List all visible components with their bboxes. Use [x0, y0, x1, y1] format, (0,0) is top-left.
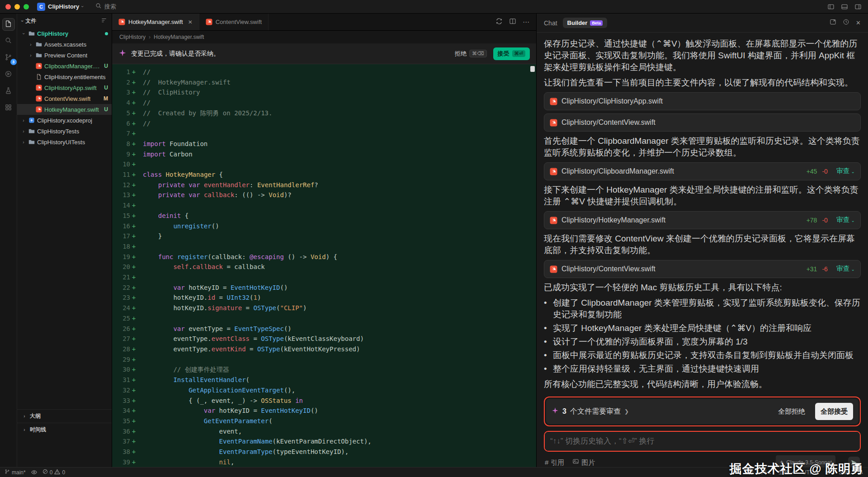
minimize-window-button[interactable]	[14, 4, 20, 9]
code-line: 36+ event,	[112, 426, 536, 437]
chat-paragraph: 所有核心功能已完整实现，代码结构清晰，用户体验流畅。	[544, 378, 861, 390]
app-window: C ClipHistory › 搜索 3	[0, 0, 868, 477]
line-number: 11	[112, 170, 130, 180]
code-line: 38+ EventParamType(typeEventHotKeyID),	[112, 447, 536, 457]
more-actions-icon[interactable]: ⋯	[523, 18, 530, 26]
tree-item-contentview-swift[interactable]: ContentView.swiftM	[17, 93, 112, 104]
tree-item-cliphistory-xcodeproj[interactable]: ›ClipHistory.xcodeproj	[17, 115, 112, 126]
breadcrumb-item[interactable]: ClipHistory	[119, 34, 146, 40]
attach-image-button[interactable]: 图片	[572, 457, 595, 467]
reject-all-button[interactable]: 全部拒绝	[778, 406, 805, 417]
watch-icon[interactable]	[31, 469, 37, 475]
extensions-activity-button[interactable]	[2, 102, 15, 114]
breadcrumb-item[interactable]: HotkeyManager.swift	[154, 34, 204, 40]
search-icon	[95, 3, 102, 10]
folder-icon	[28, 30, 35, 37]
close-panel-icon[interactable]: ✕	[856, 19, 861, 26]
outline-section-header[interactable]: ›大纲	[17, 409, 112, 423]
run-debug-activity-button[interactable]	[2, 68, 15, 81]
close-window-button[interactable]	[5, 4, 11, 9]
diff-added-marker: +	[130, 457, 137, 467]
tree-item-hotkeymanager-swift[interactable]: HotkeyManager.swiftU	[17, 104, 112, 115]
diff-added-marker: +	[130, 108, 137, 118]
editor-scrollbar-thumb[interactable]	[530, 66, 535, 72]
line-number: 26	[112, 324, 130, 334]
reject-changes-button[interactable]: 拒绝⌘⌫	[455, 50, 487, 58]
code-line: 6+//	[112, 118, 536, 129]
open-in-editor-icon[interactable]	[830, 19, 836, 27]
explorer-bottom-sections: ›大纲 ›时间线	[17, 409, 112, 467]
split-editor-icon[interactable]	[509, 18, 516, 27]
code-editor[interactable]: 1+//2+// HotkeyManager.swift3+// ClipHis…	[112, 64, 536, 467]
warning-icon	[54, 469, 60, 476]
chat-header-actions: ✕	[830, 19, 861, 27]
bullet-item: •创建了 ClipboardManager 类来管理剪贴板，实现了监听系统剪贴板…	[544, 297, 861, 321]
git-branch-icon	[5, 469, 10, 476]
breadcrumb[interactable]: ClipHistory›HotkeyManager.swift	[112, 31, 536, 43]
tab-contentview-swift[interactable]: ContentView.swift	[199, 14, 269, 30]
tab-chat[interactable]: Chat	[544, 19, 557, 27]
code-line: 8+import Foundation	[112, 139, 536, 149]
toggle-bottom-panel-icon[interactable]	[841, 3, 848, 10]
tree-item-clipboardmanager-swift[interactable]: ClipboardManager.swiftU	[17, 61, 112, 71]
sparkle-icon	[118, 49, 127, 59]
global-search-button[interactable]: 搜索	[95, 3, 116, 11]
folder-icon	[28, 128, 35, 135]
diff-added-marker: +	[130, 118, 137, 129]
toggle-right-panel-icon[interactable]	[854, 3, 862, 10]
search-activity-button[interactable]	[2, 35, 15, 47]
tree-item-preview-content[interactable]: ›Preview Content	[17, 50, 112, 61]
sync-changes-icon[interactable]	[495, 18, 503, 27]
accept-changes-button[interactable]: 接受⌘⏎	[493, 47, 530, 60]
explorer-actions-icon[interactable]	[101, 17, 107, 25]
file-card[interactable]: ClipHistory/ClipHistoryApp.swift	[544, 92, 861, 110]
line-number: 39	[112, 457, 130, 467]
zoom-window-button[interactable]	[24, 4, 29, 9]
line-number: 6	[112, 118, 130, 129]
toggle-left-panel-icon[interactable]	[827, 3, 835, 10]
tree-item-cliphistory[interactable]: ›ClipHistory	[17, 28, 112, 39]
review-button-label: 审查	[836, 264, 850, 272]
accept-label: 接受	[498, 50, 509, 58]
swift-icon	[35, 106, 42, 113]
git-branch-status[interactable]: main*	[5, 469, 26, 476]
swift-file-icon	[550, 217, 557, 224]
file-card[interactable]: ClipHistory/ClipboardManager.swift+45-0审…	[544, 162, 861, 180]
accept-all-button[interactable]: 全部接受	[815, 403, 853, 420]
diff-added-marker: +	[130, 211, 137, 221]
tree-item-cliphistorytests[interactable]: ›ClipHistoryTests	[17, 126, 112, 137]
diff-added-marker: +	[130, 385, 137, 396]
project-menu[interactable]: C ClipHistory ›	[37, 3, 84, 11]
files-review-bar[interactable]: 3 个文件需要审查 ❯ 全部拒绝 全部接受	[546, 399, 859, 424]
code-text: var hotKeyID = EventHotKeyID()	[137, 406, 318, 416]
review-button-label: 审查	[836, 216, 850, 223]
review-button[interactable]: 审查 ⌄	[836, 165, 855, 178]
reference-button[interactable]: #引用	[545, 457, 564, 467]
code-text: import Foundation	[137, 139, 208, 149]
git-status-badge: U	[104, 106, 108, 113]
line-number: 36	[112, 426, 130, 437]
diff-removed-count: -0	[822, 165, 827, 177]
timeline-section-header[interactable]: ›时间线	[17, 423, 112, 436]
history-icon[interactable]	[843, 19, 849, 27]
chat-input[interactable]: “↑↓” 切换历史输入，“⇧⏎” 换行	[545, 432, 860, 451]
source-control-activity-button[interactable]: 3	[2, 52, 15, 64]
tree-item-assets-xcassets[interactable]: ›Assets.xcassets	[17, 39, 112, 50]
file-card[interactable]: ClipHistory/HotkeyManager.swift+78-0审查 ⌄	[544, 211, 861, 229]
close-tab-icon[interactable]: ✕	[188, 19, 193, 25]
tab-bar: HotkeyManager.swift✕ContentView.swift ⋯	[112, 14, 536, 31]
tree-item-cliphistoryuitests[interactable]: ›ClipHistoryUITests	[17, 137, 112, 147]
tree-item-cliphistory-entitlements[interactable]: ClipHistory.entitlements	[17, 71, 112, 82]
review-button[interactable]: 审查 ⌄	[836, 214, 855, 227]
review-button[interactable]: 审查 ⌄	[836, 263, 855, 275]
file-card[interactable]: ClipHistory/ContentView.swift	[544, 113, 861, 132]
explorer-activity-button[interactable]	[2, 18, 15, 31]
explorer-header[interactable]: › 文件	[17, 14, 112, 28]
line-number: 23	[112, 293, 130, 303]
tab-hotkeymanager-swift[interactable]: HotkeyManager.swift✕	[112, 14, 199, 30]
tree-item-cliphistoryapp-swift[interactable]: ClipHistoryApp.swiftU	[17, 82, 112, 93]
file-card[interactable]: ClipHistory/ContentView.swift+31-6审查 ⌄	[544, 260, 861, 278]
tab-builder[interactable]: Builder Beta	[563, 18, 607, 28]
test-activity-button[interactable]	[2, 85, 15, 98]
problems-status[interactable]: 0 0	[42, 469, 65, 476]
